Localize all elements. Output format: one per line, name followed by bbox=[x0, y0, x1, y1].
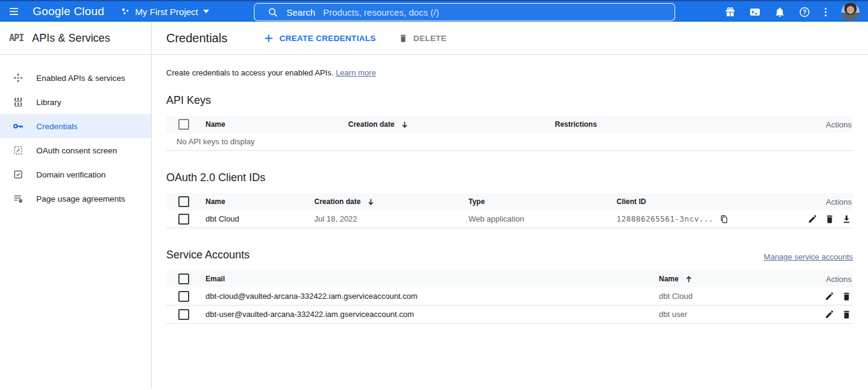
plus-icon bbox=[264, 33, 274, 43]
sidebar-title: APIs & Services bbox=[32, 32, 110, 45]
service-account-name: dbt user bbox=[659, 310, 808, 319]
project-name: My First Project bbox=[135, 7, 198, 17]
google-cloud-logo[interactable]: Google Cloud bbox=[33, 5, 105, 18]
download-icon[interactable] bbox=[841, 214, 852, 224]
col-client-id[interactable]: Client ID bbox=[617, 197, 780, 206]
project-switcher[interactable]: My First Project bbox=[120, 7, 209, 17]
sidebar-item-enabled-apis[interactable]: Enabled APIs & services bbox=[0, 66, 151, 90]
search-icon bbox=[268, 7, 278, 18]
api-keys-empty-message: No API keys to display bbox=[166, 133, 853, 151]
project-icon bbox=[120, 7, 131, 17]
domain-verification-icon bbox=[13, 169, 24, 180]
col-actions: Actions bbox=[780, 197, 853, 206]
sidebar-item-label: Credentials bbox=[36, 122, 77, 131]
sidebar-header: API APIs & Services bbox=[0, 22, 151, 55]
sidebar-item-label: OAuth consent screen bbox=[36, 146, 117, 155]
help-icon[interactable]: ? bbox=[799, 7, 810, 18]
col-actions: Actions bbox=[808, 275, 853, 284]
delete-trash-icon[interactable] bbox=[824, 214, 835, 224]
sidebar: API APIs & Services Enabled APIs & servi… bbox=[0, 22, 152, 389]
api-keys-table-header: Name Creation date Restrictions Actions bbox=[166, 116, 853, 133]
menu-icon[interactable] bbox=[0, 1, 28, 22]
explore-icon bbox=[13, 72, 24, 83]
intro-sentence: Create credentials to access your enable… bbox=[166, 68, 335, 77]
oauth-title: OAuth 2.0 Client IDs bbox=[166, 171, 853, 184]
sidebar-item-page-usage-agreements[interactable]: Page usage agreements bbox=[0, 187, 151, 211]
edit-pencil-icon[interactable] bbox=[824, 291, 835, 301]
manage-service-accounts-link[interactable]: Manage service accounts bbox=[764, 252, 853, 261]
sidebar-item-label: Page usage agreements bbox=[36, 194, 125, 203]
delete-button[interactable]: DELETE bbox=[398, 33, 447, 43]
sidebar-item-library[interactable]: Library bbox=[0, 90, 151, 114]
delete-trash-icon[interactable] bbox=[841, 309, 852, 319]
edit-pencil-icon[interactable] bbox=[808, 214, 818, 224]
col-creation-date[interactable]: Creation date bbox=[314, 197, 468, 206]
sidebar-item-label: Domain verification bbox=[36, 170, 106, 179]
sidebar-nav: Enabled APIs & services Library Credenti… bbox=[0, 55, 151, 211]
learn-more-link[interactable]: Learn more bbox=[335, 68, 375, 77]
avatar[interactable] bbox=[841, 3, 860, 21]
col-name[interactable]: Name bbox=[206, 120, 348, 129]
oauth-client-date: Jul 18, 2022 bbox=[314, 214, 468, 223]
row-actions bbox=[780, 214, 853, 224]
table-row: dbt Cloud Jul 18, 2022 Web application 1… bbox=[166, 210, 853, 228]
row-actions bbox=[808, 309, 853, 319]
sidebar-item-oauth-consent[interactable]: OAuth consent screen bbox=[0, 138, 151, 162]
consent-screen-icon bbox=[13, 145, 24, 156]
col-email[interactable]: Email bbox=[206, 275, 659, 283]
notifications-bell-icon[interactable] bbox=[774, 7, 785, 18]
search-input[interactable]: Search Products, resources, docs (/) bbox=[254, 3, 675, 21]
top-bar: Google Cloud My First Project Search Pro… bbox=[0, 0, 868, 22]
oauth-table-header: Name Creation date Type Client ID Action… bbox=[166, 193, 853, 210]
service-account-email: dbt-user@vaulted-arcana-332422.iam.gserv… bbox=[206, 310, 659, 319]
library-icon bbox=[13, 97, 24, 107]
trash-icon bbox=[398, 33, 408, 43]
copy-icon[interactable] bbox=[719, 214, 729, 224]
col-creation-date-label: Creation date bbox=[314, 197, 361, 206]
api-keys-table: Name Creation date Restrictions Actions … bbox=[166, 116, 853, 151]
free-trial-gift-icon[interactable] bbox=[725, 7, 736, 18]
col-restrictions[interactable]: Restrictions bbox=[555, 120, 774, 129]
service-accounts-table: Email Name Actions dbt-cloud@vaulted-arc… bbox=[166, 270, 853, 324]
col-name[interactable]: Name bbox=[206, 197, 314, 206]
topbar-actions: ? bbox=[725, 1, 868, 23]
table-row: dbt-user@vaulted-arcana-332422.iam.gserv… bbox=[166, 305, 853, 324]
search-placeholder: Products, resources, docs (/) bbox=[323, 7, 439, 18]
col-creation-date[interactable]: Creation date bbox=[348, 120, 555, 129]
select-all-checkbox[interactable] bbox=[178, 196, 189, 207]
sidebar-item-credentials[interactable]: Credentials bbox=[0, 114, 151, 138]
cloud-shell-icon[interactable] bbox=[750, 7, 760, 18]
col-actions: Actions bbox=[774, 120, 853, 129]
agreements-icon bbox=[13, 193, 24, 204]
select-all-checkbox[interactable] bbox=[178, 273, 189, 284]
sort-desc-arrow-icon bbox=[401, 121, 409, 129]
service-account-email: dbt-cloud@vaulted-arcana-332422.iam.gser… bbox=[206, 292, 659, 301]
api-keys-title: API Keys bbox=[166, 94, 853, 107]
col-type[interactable]: Type bbox=[468, 197, 617, 206]
oauth-client-name: dbt Cloud bbox=[206, 214, 314, 223]
more-options-kebab-icon[interactable] bbox=[824, 7, 828, 18]
page-header: Credentials CREATE CREDENTIALS DELETE bbox=[152, 22, 868, 55]
col-name[interactable]: Name bbox=[659, 275, 808, 283]
sort-asc-arrow-icon bbox=[685, 275, 693, 283]
sidebar-item-label: Library bbox=[36, 98, 61, 107]
delete-label: DELETE bbox=[413, 34, 447, 43]
content: Create credentials to access your enable… bbox=[152, 55, 868, 324]
edit-pencil-icon[interactable] bbox=[824, 309, 835, 319]
delete-trash-icon[interactable] bbox=[841, 291, 852, 301]
create-credentials-label: CREATE CREDENTIALS bbox=[279, 34, 376, 43]
search-label: Search bbox=[287, 7, 316, 18]
intro-text: Create credentials to access your enable… bbox=[166, 68, 853, 77]
chevron-down-icon bbox=[203, 10, 209, 13]
row-checkbox[interactable] bbox=[178, 291, 189, 302]
sort-desc-arrow-icon bbox=[367, 198, 375, 206]
sidebar-item-label: Enabled APIs & services bbox=[36, 74, 125, 83]
table-row: dbt-cloud@vaulted-arcana-332422.iam.gser… bbox=[166, 287, 853, 305]
svg-text:?: ? bbox=[803, 9, 806, 16]
row-checkbox[interactable] bbox=[178, 309, 189, 320]
row-checkbox[interactable] bbox=[178, 214, 189, 225]
select-all-checkbox[interactable] bbox=[178, 119, 189, 130]
create-credentials-button[interactable]: CREATE CREDENTIALS bbox=[264, 33, 376, 43]
sidebar-item-domain-verification[interactable]: Domain verification bbox=[0, 162, 151, 187]
main-panel: Credentials CREATE CREDENTIALS DELETE Cr… bbox=[152, 22, 868, 389]
